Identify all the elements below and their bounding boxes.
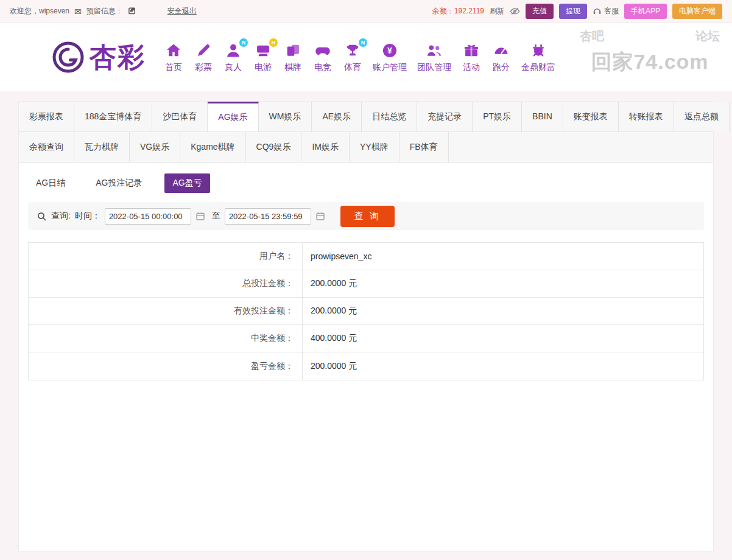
row-value-profit-loss: 200.0000 元 <box>303 352 703 380</box>
speedometer-icon <box>491 41 511 60</box>
nav-label: 金鼎财富 <box>521 62 555 73</box>
tab-wm-casino[interactable]: WM娱乐 <box>259 102 312 131</box>
main-nav: 首页 彩票 N 真人 H 电游 棋牌 <box>164 41 555 73</box>
edit-icon[interactable] <box>128 6 137 16</box>
customer-service-link[interactable]: 客服 <box>593 6 619 16</box>
tab-vg-casino[interactable]: VG娱乐 <box>130 132 180 162</box>
nav-label: 账户管理 <box>373 62 407 73</box>
tab-yy-chess[interactable]: YY棋牌 <box>350 132 399 162</box>
tab-pt-casino[interactable]: PT娱乐 <box>473 102 522 131</box>
nav-item-team[interactable]: 团队管理 <box>417 41 451 73</box>
hot-badge: H <box>269 38 278 47</box>
gamepad-icon <box>313 41 333 60</box>
slot-machine-icon: H <box>253 41 273 60</box>
search-icon <box>37 211 47 222</box>
site-logo[interactable]: 杏彩 <box>52 40 146 75</box>
nav-item-home[interactable]: 首页 <box>164 41 183 73</box>
tab-kgame-chess[interactable]: Kgame棋牌 <box>180 132 245 162</box>
row-label-username: 用户名： <box>29 243 303 270</box>
nav-item-wealth[interactable]: 金鼎财富 <box>521 41 555 73</box>
golden-ding-icon <box>529 41 548 60</box>
end-time-input[interactable] <box>225 208 311 225</box>
watermark: 杏吧 论坛 回家74.com <box>577 28 722 76</box>
row-value-valid-bet: 200.0000 元 <box>303 298 703 324</box>
query-button[interactable]: 查 询 <box>340 206 395 227</box>
tab-cq9-casino[interactable]: CQ9娱乐 <box>246 132 302 162</box>
refresh-button[interactable]: 刷新 <box>490 6 504 16</box>
logout-link[interactable]: 安全退出 <box>167 6 197 16</box>
tab-lottery-report[interactable]: 彩票报表 <box>19 102 74 131</box>
table-row: 用户名： prowipseven_xc <box>29 243 703 270</box>
svg-text:¥: ¥ <box>387 46 392 55</box>
calendar-icon[interactable] <box>195 211 205 221</box>
tab-bbin[interactable]: BBIN <box>522 102 563 131</box>
tab-transfer-report[interactable]: 转账报表 <box>619 102 674 131</box>
pc-client-button[interactable]: 电脑客户端 <box>672 4 722 19</box>
row-label-profit-loss: 盈亏金额： <box>29 352 303 380</box>
tab-ae-casino[interactable]: AE娱乐 <box>312 102 362 131</box>
ag-subtabs: AG日结 AG投注记录 AG盈亏 <box>28 173 704 193</box>
table-row: 中奖金额： 400.0000 元 <box>29 325 703 352</box>
tab-im-casino[interactable]: IM娱乐 <box>301 132 350 162</box>
nav-item-esports[interactable]: 电竞 <box>313 41 333 73</box>
recharge-button[interactable]: 充值 <box>526 4 554 19</box>
nav-label: 体育 <box>344 62 361 73</box>
nav-item-promotions[interactable]: 活动 <box>462 41 481 73</box>
team-people-icon <box>424 41 444 60</box>
nav-label: 活动 <box>463 62 480 73</box>
subtab-ag-daily[interactable]: AG日结 <box>28 173 73 193</box>
eye-slash-icon[interactable] <box>510 6 520 16</box>
yuan-coin-icon: ¥ <box>380 41 399 60</box>
tab-rebate-total[interactable]: 返点总额 <box>674 102 730 131</box>
nav-label: 首页 <box>165 62 182 73</box>
withdraw-button[interactable]: 提现 <box>559 4 587 19</box>
tab-saba-sports[interactable]: 沙巴体育 <box>152 102 208 131</box>
nav-item-egames[interactable]: H 电游 <box>253 41 273 73</box>
tab-ag-casino[interactable]: AG娱乐 <box>208 102 258 131</box>
nav-label: 跑分 <box>493 62 510 73</box>
tab-fb-sports[interactable]: FB体育 <box>399 132 449 162</box>
tab-deposit-withdraw-records[interactable]: 充提记录 <box>417 102 473 131</box>
logo-text: 杏彩 <box>90 40 146 75</box>
subtab-ag-bet-records[interactable]: AG投注记录 <box>88 173 150 193</box>
reserved-info-label: 预留信息： <box>86 6 123 16</box>
tab-wali-chess[interactable]: 瓦力棋牌 <box>74 132 130 162</box>
topbar: 欢迎您，wipseven ✉ 预留信息： 安全退出 余额：192.2119 刷新… <box>0 0 732 23</box>
headset-icon <box>593 7 602 16</box>
calendar-icon[interactable] <box>315 211 325 221</box>
mobile-app-button[interactable]: 手机APP <box>624 4 667 19</box>
main-card: 彩票报表 188金宝博体育 沙巴体育 AG娱乐 WM娱乐 AE娱乐 日结总览 充… <box>18 101 714 551</box>
live-dealer-icon: N <box>223 41 243 60</box>
watermark-domain: 回家74.com <box>577 48 722 76</box>
watermark-site-left: 杏吧 <box>580 28 604 44</box>
tab-daily-summary[interactable]: 日结总览 <box>362 102 417 131</box>
tab-account-change-report[interactable]: 账变报表 <box>563 102 619 131</box>
new-badge: N <box>359 38 367 47</box>
table-row: 总投注金额： 200.0000 元 <box>29 270 703 298</box>
nav-item-account[interactable]: ¥ 账户管理 <box>373 41 407 73</box>
nav-item-sports[interactable]: N 体育 <box>343 41 362 73</box>
logo-emblem-icon <box>52 41 85 74</box>
time-label: 时间： <box>75 211 100 222</box>
query-label: 查询: <box>51 211 71 222</box>
tab-188-sports[interactable]: 188金宝博体育 <box>74 102 152 131</box>
header: 杏彩 首页 彩票 N 真人 H 电游 <box>0 23 732 91</box>
search-bar: 查询: 时间： 至 查 询 <box>28 202 704 230</box>
gift-icon <box>462 41 481 60</box>
to-label: 至 <box>212 211 220 222</box>
table-row: 盈亏金额： 200.0000 元 <box>29 352 703 380</box>
nav-item-chess-cards[interactable]: 棋牌 <box>283 41 303 73</box>
tab-balance-query[interactable]: 余额查询 <box>19 132 74 162</box>
nav-label: 真人 <box>225 62 242 73</box>
table-row: 有效投注金额： 200.0000 元 <box>29 298 703 325</box>
row-value-total-bet: 200.0000 元 <box>303 270 703 297</box>
row-value-username: prowipseven_xc <box>303 243 703 270</box>
nav-item-paofen[interactable]: 跑分 <box>491 41 511 73</box>
envelope-icon[interactable]: ✉ <box>74 7 82 16</box>
nav-item-lottery[interactable]: 彩票 <box>194 41 213 73</box>
watermark-site-right: 论坛 <box>695 28 720 44</box>
start-time-input[interactable] <box>105 208 191 225</box>
customer-service-label: 客服 <box>604 6 619 16</box>
subtab-ag-profit-loss[interactable]: AG盈亏 <box>164 173 209 193</box>
nav-item-live-casino[interactable]: N 真人 <box>223 41 243 73</box>
